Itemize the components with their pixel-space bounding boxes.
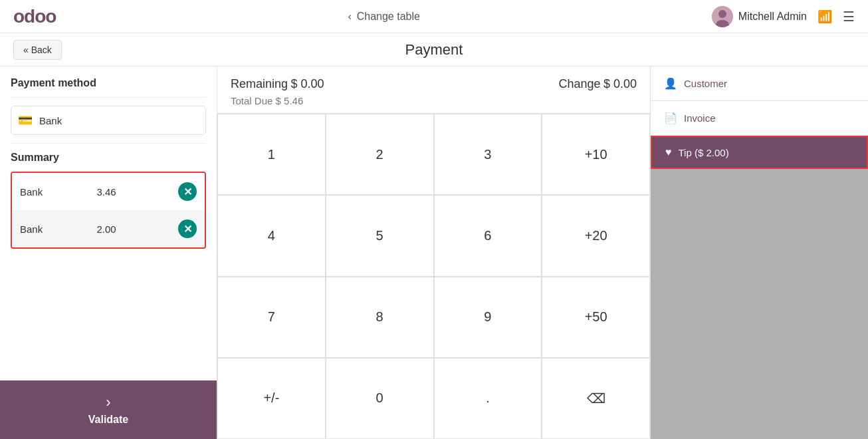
numpad-plus10[interactable]: +10 bbox=[542, 114, 650, 195]
user-info: Mitchell Admin bbox=[712, 6, 807, 27]
remaining-amount: $ 0.00 bbox=[291, 77, 324, 90]
main-layout: Payment method 💳 Bank Summary Bank 3.46 … bbox=[0, 67, 868, 439]
menu-icon[interactable]: ☰ bbox=[843, 9, 855, 25]
remaining-label: Remaining bbox=[231, 77, 288, 90]
numpad-backspace[interactable]: ⌫ bbox=[542, 358, 650, 439]
back-chevron-icon: ‹ bbox=[348, 11, 351, 23]
header-left: odoo bbox=[13, 6, 56, 27]
invoice-label: Invoice bbox=[684, 112, 716, 124]
payment-info: Remaining $ 0.00 Change $ 0.00 Total Due… bbox=[217, 67, 650, 114]
numpad-4[interactable]: 4 bbox=[217, 195, 326, 276]
customer-icon: 👤 bbox=[664, 77, 677, 90]
odoo-logo: odoo bbox=[13, 6, 56, 27]
numpad-plus50[interactable]: +50 bbox=[542, 277, 650, 358]
summary-items: Bank 3.46 ✕ Bank 2.00 ✕ bbox=[11, 172, 206, 249]
change-table-label: Change table bbox=[357, 11, 420, 23]
invoice-option[interactable]: 📄 Invoice bbox=[651, 101, 868, 136]
customer-option[interactable]: 👤 Customer bbox=[651, 67, 868, 101]
right-gray-area bbox=[651, 169, 868, 439]
wifi-icon: 📶 bbox=[817, 9, 832, 24]
tip-heart-icon: ♥ bbox=[665, 146, 672, 158]
total-due-label: Total Due bbox=[231, 95, 272, 106]
total-due-amount: $ 5.46 bbox=[276, 95, 304, 106]
summary-item-1: Bank 3.46 ✕ bbox=[12, 173, 205, 210]
tip-label: Tip ($ 2.00) bbox=[679, 147, 729, 158]
tip-button[interactable]: ♥ Tip ($ 2.00) bbox=[651, 136, 868, 169]
back-button-label: « Back bbox=[23, 45, 52, 55]
payment-method-title: Payment method bbox=[11, 77, 206, 89]
left-panel: Payment method 💳 Bank Summary Bank 3.46 … bbox=[0, 67, 217, 439]
numpad-5[interactable]: 5 bbox=[326, 195, 434, 276]
numpad-6[interactable]: 6 bbox=[434, 195, 542, 276]
validate-label: Validate bbox=[88, 414, 128, 426]
header: odoo ‹ Change table Mitchell Admin 📶 ☰ bbox=[0, 0, 868, 33]
remove-item-1-button[interactable]: ✕ bbox=[178, 182, 197, 201]
total-due: Total Due $ 5.46 bbox=[231, 95, 637, 106]
summary-item-2-method: Bank bbox=[20, 223, 43, 235]
center-panel: Remaining $ 0.00 Change $ 0.00 Total Due… bbox=[217, 67, 651, 439]
divider-1 bbox=[11, 97, 206, 98]
back-button[interactable]: « Back bbox=[13, 40, 62, 60]
numpad-2[interactable]: 2 bbox=[326, 114, 434, 195]
summary-item-2: Bank 2.00 ✕ bbox=[12, 210, 205, 247]
avatar bbox=[712, 6, 733, 27]
change-table-button[interactable]: ‹ Change table bbox=[348, 11, 420, 23]
sub-header: « Back Payment bbox=[0, 33, 868, 67]
invoice-icon: 📄 bbox=[664, 112, 677, 124]
validate-arrow-icon: › bbox=[106, 394, 110, 411]
change-amount: $ 0.00 bbox=[603, 77, 637, 90]
summary-item-1-amount: 3.46 bbox=[97, 186, 116, 198]
bank-icon: 💳 bbox=[18, 113, 33, 128]
right-panel: 👤 Customer 📄 Invoice ♥ Tip ($ 2.00) bbox=[651, 67, 868, 439]
summary-section: Summary Bank 3.46 ✕ Bank 2.00 ✕ bbox=[11, 152, 206, 249]
summary-item-2-amount: 2.00 bbox=[97, 223, 116, 235]
svg-point-1 bbox=[718, 10, 726, 18]
change-label: Change bbox=[558, 77, 600, 90]
divider-2 bbox=[11, 143, 206, 144]
numpad-1[interactable]: 1 bbox=[217, 114, 326, 195]
bank-label: Bank bbox=[39, 115, 62, 126]
numpad-plus20[interactable]: +20 bbox=[542, 195, 650, 276]
customer-label: Customer bbox=[684, 78, 727, 89]
header-right: Mitchell Admin 📶 ☰ bbox=[712, 6, 855, 27]
numpad-8[interactable]: 8 bbox=[326, 277, 434, 358]
payment-amounts: Remaining $ 0.00 Change $ 0.00 bbox=[231, 77, 637, 91]
summary-title: Summary bbox=[11, 152, 206, 164]
bank-payment-method[interactable]: 💳 Bank bbox=[11, 106, 206, 135]
user-name: Mitchell Admin bbox=[738, 11, 807, 23]
numpad-7[interactable]: 7 bbox=[217, 277, 326, 358]
numpad-9[interactable]: 9 bbox=[434, 277, 542, 358]
numpad-0[interactable]: 0 bbox=[326, 358, 434, 439]
validate-button[interactable]: › Validate bbox=[0, 380, 217, 439]
left-panel-content: Payment method 💳 Bank Summary Bank 3.46 … bbox=[0, 67, 217, 380]
numpad: 1 2 3 +10 4 5 6 +20 7 8 9 +50 +/- 0 . ⌫ bbox=[217, 114, 650, 439]
numpad-plusminus[interactable]: +/- bbox=[217, 358, 326, 439]
page-title: Payment bbox=[405, 41, 463, 59]
numpad-dot[interactable]: . bbox=[434, 358, 542, 439]
summary-item-1-method: Bank bbox=[20, 186, 43, 198]
numpad-3[interactable]: 3 bbox=[434, 114, 542, 195]
remove-item-2-button[interactable]: ✕ bbox=[178, 220, 197, 238]
